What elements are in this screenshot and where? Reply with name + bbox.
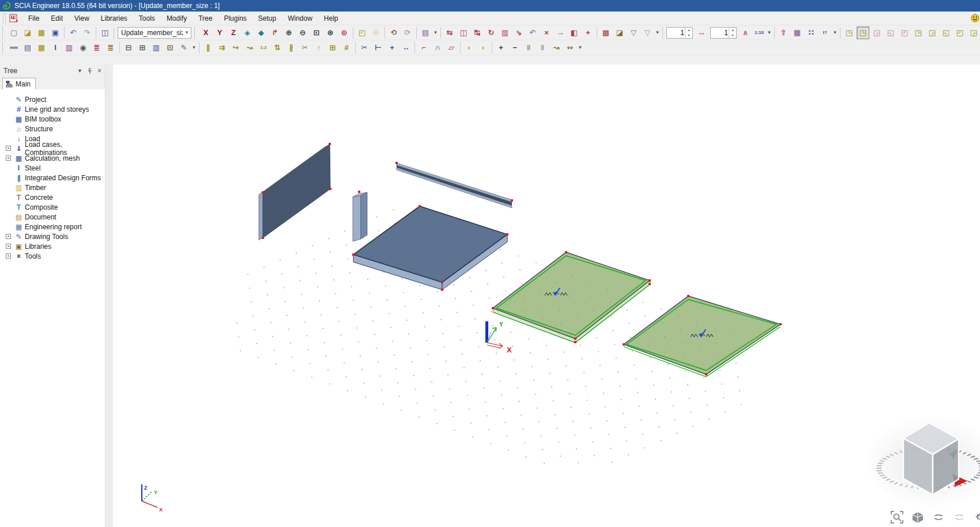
tree-item-drawing-tools[interactable]: +✎Drawing Tools [0,232,105,241]
move-node-button[interactable]: ∥ [202,41,214,54]
tree-item-load-cases-combinations[interactable]: +⇓Load cases, Combinations [0,143,105,153]
units-button[interactable]: mm [7,41,20,54]
polyline-edit-button[interactable]: ⌐ [417,41,430,54]
panel-splitter[interactable] [105,65,113,527]
view-params-model-button[interactable]: ◳ [912,26,925,39]
connect-members-button[interactable]: ∦ [285,41,297,54]
new-project-button[interactable]: ▢ [7,26,20,39]
tree-item-project[interactable]: ✎Project [0,94,105,104]
activity-filter-button[interactable]: ▽ [627,26,640,39]
close-panel-icon[interactable]: × [97,67,101,75]
expand-icon[interactable]: + [6,244,11,249]
menu-tools[interactable]: Tools [133,13,161,24]
member-frame-button[interactable]: ◫ [457,26,470,39]
scale-member-button[interactable]: ⇅ [271,41,284,54]
copy-node-button[interactable]: ⇉ [216,41,228,54]
view-params-surfaces-button[interactable]: ◱ [884,26,897,39]
expand-icon[interactable]: + [6,146,11,151]
zoom-fit-icon[interactable] [891,511,903,524]
disconnect-member-button[interactable]: ↝ [243,41,256,54]
panel-menu-caret-icon[interactable]: ▼ [77,68,82,74]
nav-cube[interactable] [903,423,959,495]
move-cross-button[interactable]: + [386,41,398,54]
convert-b-button[interactable]: ↭ [564,41,576,54]
frame-calc-2-button[interactable]: ≣ [104,41,117,54]
print-button[interactable]: ⊟ [122,41,135,54]
workspace-window-button[interactable]: ◫ [99,26,111,39]
redo-button[interactable]: ↷ [81,26,93,39]
menu-view[interactable]: View [69,13,95,24]
dropdown-caret-icon[interactable]: ▼ [832,26,838,39]
menu-modify[interactable]: Modify [161,13,193,24]
member-rotate-button[interactable]: ↻ [485,26,497,39]
add-part-button[interactable]: + [495,41,507,54]
break-member-button[interactable]: ⊢ [372,41,385,54]
menu-help[interactable]: Help [318,13,344,24]
view-params-render-button[interactable]: ◰ [953,26,966,39]
view-params-sections-button[interactable]: ◰ [898,26,911,39]
convert-a-button[interactable]: ↝ [550,41,563,54]
member-move-button[interactable]: ⇆ [443,26,456,39]
toolbar-grip[interactable] [194,27,197,39]
zoom-window-button[interactable]: ⊡ [310,26,323,39]
scale-spinner-2[interactable]: 1▲▼ [710,27,737,39]
tree-item-tools[interactable]: +×Tools [0,251,105,261]
scale-spinner-1[interactable]: 1▲▼ [666,27,693,39]
orbit-disabled-icon[interactable] [953,511,966,524]
tree-item-steel[interactable]: ISteel [0,163,105,173]
viewport-3d[interactable]: Y X Z Y X [113,65,980,527]
undo-button[interactable]: ↶ [67,26,80,39]
tree-item-engineering-report[interactable]: ▦Engineering report [0,222,105,232]
menubar-grip[interactable] [3,13,6,24]
wedge-a-button[interactable]: ◗ [463,41,476,54]
view-params-supports-button[interactable]: ◲ [926,26,938,39]
menu-plugins[interactable]: Plugins [218,13,252,24]
set-ucs-button[interactable]: ↱ [269,26,281,39]
print-preview-button[interactable]: ⊞ [136,41,149,54]
menu-window[interactable]: Window [282,13,318,24]
orbit-icon[interactable] [932,511,945,524]
delete-plane-button[interactable]: ▱ [445,41,458,54]
dropdown-caret-icon[interactable]: ▼ [766,26,772,39]
distribute-members-button[interactable]: # [340,41,353,54]
settings-gear-icon[interactable] [974,511,980,524]
spinner-arrows-icon[interactable]: ▲▼ [729,28,736,38]
dropdown-caret-icon[interactable]: ▼ [191,41,197,54]
named-views-button[interactable]: ▤ [419,26,432,39]
beam-member[interactable] [397,163,512,208]
zoom-all-button[interactable]: ⊛ [324,26,337,39]
export-graphics-button[interactable]: ◪ [613,26,626,39]
dimension-query-button[interactable]: I? [819,26,831,39]
tree-item-integrated-design-forms[interactable]: ∥Integrated Design Forms [0,173,105,183]
dot-raster-button[interactable]: ∷ [805,26,817,39]
drawing-scale-button[interactable]: 1:10 [753,26,766,39]
curve-edit-button[interactable]: ∩ [431,41,444,54]
wedge-b-button[interactable]: ◖ [477,41,489,54]
undo-view-button[interactable]: ⟲ [387,26,400,39]
combo-caret-icon[interactable]: ▼ [183,30,191,35]
remove-part-button[interactable]: − [508,41,521,54]
dropdown-caret-icon[interactable]: ▼ [577,41,583,54]
member-move-right-button[interactable]: → [554,26,567,39]
project-manager-button[interactable]: ▦ [35,26,48,39]
document-button[interactable]: ▥ [150,41,163,54]
table-preview-button[interactable]: ▦ [791,26,804,39]
page-setup-button[interactable]: ✎ [178,41,190,54]
toolbar-grip[interactable] [2,27,5,39]
angle-symbol-button[interactable]: ∧ [739,26,752,39]
toolbar-grip[interactable] [2,42,5,54]
tree-item-document[interactable]: ▤Document [0,212,105,222]
activity-filter-2-button[interactable]: ▽ [641,26,654,39]
member-transform-button[interactable]: ⇘ [512,26,525,39]
spinner-arrows-icon[interactable]: ▲▼ [685,28,692,38]
slab-green-1[interactable] [493,252,650,343]
view-x-button[interactable]: X [199,26,212,39]
tree-item-libraries[interactable]: +▣Libraries [0,241,105,251]
expand-icon[interactable]: + [6,234,11,239]
table-edit-button[interactable]: ⊞ [326,41,339,54]
column-member[interactable] [353,192,367,241]
origin-target-button[interactable]: + [582,26,594,39]
tree-item-structure[interactable]: ⌂Structure [0,124,105,134]
tree-item-concrete[interactable]: TConcrete [0,192,105,202]
child-window-icon[interactable] [9,14,19,23]
